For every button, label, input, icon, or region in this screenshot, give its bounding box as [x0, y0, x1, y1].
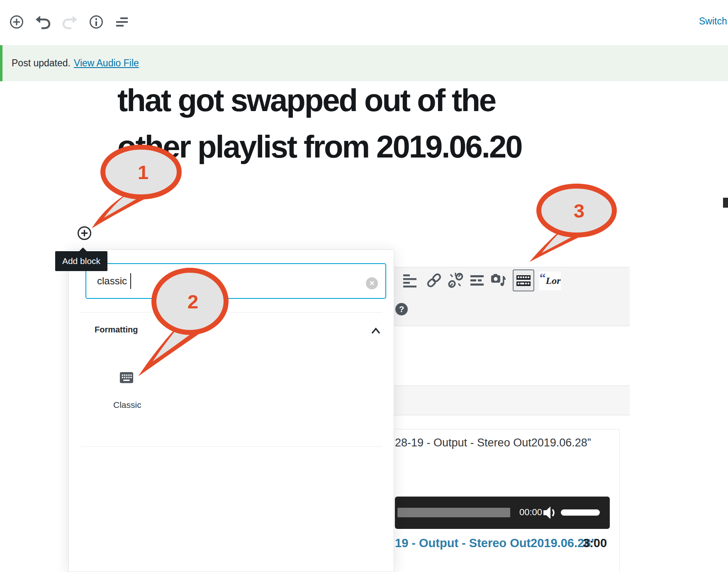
volume-slider[interactable] [561, 509, 600, 516]
editor-toolbar: Switch [0, 0, 728, 43]
audio-current-time: 00:00 [519, 507, 542, 518]
clear-search-icon[interactable]: × [366, 277, 378, 289]
post-title[interactable]: that got swapped out of the other playli… [117, 77, 611, 170]
switch-to-draft-link[interactable]: Switch [699, 16, 727, 27]
chevron-up-icon[interactable] [371, 327, 381, 335]
post-title-line1: that got swapped out of the [117, 77, 611, 124]
toolbar-toggle-button[interactable] [513, 269, 534, 291]
formatting-section-header[interactable]: Formatting [95, 325, 138, 334]
classic-block-item[interactable]: Classic [94, 366, 160, 420]
notice-text: Post updated. [12, 58, 71, 69]
add-block-tooltip: Add block [55, 251, 107, 271]
add-block-button[interactable] [77, 226, 92, 240]
audio-caption: 28-19 - Output - Stereo Out2019.06.28” [395, 436, 591, 449]
toolbar-lines-icon[interactable] [469, 272, 485, 288]
document-outline-icon[interactable] [114, 14, 131, 30]
audio-duration: 3:00 [583, 536, 607, 550]
help-icon[interactable]: ? [395, 303, 408, 315]
lorem-shortcode-button[interactable]: “ Lor [539, 271, 561, 290]
lor-text: Lor [546, 271, 561, 290]
unlink-icon[interactable] [447, 272, 464, 288]
classic-block-label: Classic [113, 400, 163, 410]
add-media-icon[interactable] [490, 272, 507, 288]
block-editor-screen: Switch Post updated. View Audio File tha… [0, 0, 728, 572]
clipped-ui-fragment [723, 198, 728, 208]
info-icon[interactable] [88, 14, 105, 30]
link-icon[interactable] [426, 272, 442, 288]
redo-icon-disabled [61, 14, 78, 30]
inserter-plus-icon[interactable] [8, 14, 25, 30]
callout-number-3: 3 [574, 200, 584, 222]
tooltip-label: Add block [62, 256, 100, 266]
divider [81, 446, 382, 447]
block-inserter-popup: × Formatting [68, 250, 394, 572]
post-title-line2: other playlist from 2019.06.20 [117, 124, 611, 170]
text-caret [130, 273, 131, 289]
speaker-icon[interactable] [541, 504, 558, 521]
audio-player[interactable]: 00:00 [395, 497, 610, 529]
view-audio-file-link[interactable]: View Audio File [74, 58, 139, 69]
post-updated-notice: Post updated. View Audio File [0, 45, 728, 81]
callout-bubble-3: 3 [527, 183, 622, 270]
lor-quote-glyph: “ [540, 271, 546, 284]
keyboard-rows-icon [515, 272, 532, 289]
audio-file-link[interactable]: 19 - Output - Stereo Out2019.06.28” [395, 536, 597, 550]
undo-icon[interactable] [35, 14, 51, 30]
divider [81, 312, 382, 313]
audio-progress-bar[interactable] [397, 508, 510, 517]
outdent-icon[interactable] [402, 272, 418, 288]
keyboard-icon [119, 371, 134, 384]
